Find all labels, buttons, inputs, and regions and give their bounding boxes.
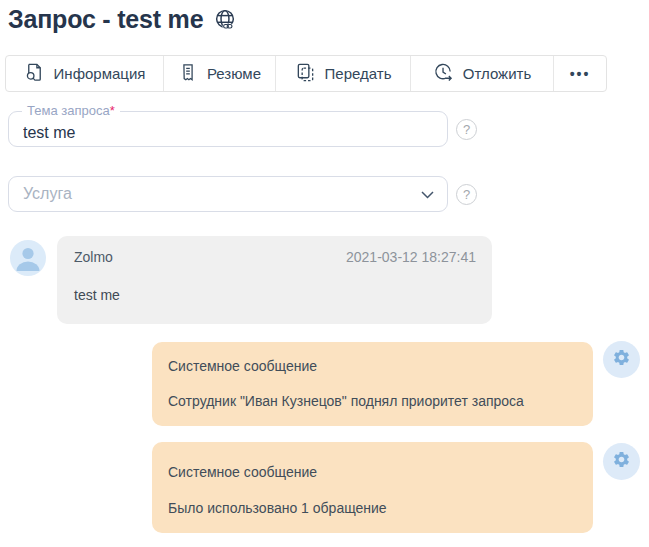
chevron-down-icon (421, 191, 434, 199)
tab-resume[interactable]: Резюме (164, 56, 276, 91)
tab-transfer[interactable]: Передать (276, 56, 411, 91)
user-message-bubble: Zolmo 2021-03-12 18:27:41 test me (57, 236, 492, 324)
tab-resume-label: Резюме (207, 65, 261, 82)
toolbar: Информация Резюме Передать (5, 55, 607, 92)
page-title: Запрос - test me (8, 5, 238, 34)
system-message-text: Было использовано 1 обращение (168, 500, 387, 516)
tab-information-label: Информация (54, 65, 146, 82)
service-help-icon[interactable]: ? (456, 184, 477, 205)
system-message-settings-button[interactable] (603, 443, 640, 480)
message-text: test me (74, 287, 120, 303)
system-message-bubble: Системное сообщение Было использовано 1 … (152, 442, 593, 533)
subject-field-label-text: Тема запроса (27, 103, 110, 118)
system-message-bubble: Системное сообщение Сотрудник "Иван Кузн… (152, 342, 593, 426)
message-author: Zolmo (74, 249, 113, 265)
message-timestamp: 2021-03-12 18:27:41 (346, 249, 476, 265)
system-message-title: Системное сообщение (168, 464, 317, 480)
globe-link-icon[interactable] (213, 8, 238, 33)
subject-field: Тема запроса* (8, 111, 448, 147)
tab-postpone[interactable]: Отложить (411, 56, 554, 91)
ellipsis-icon: ••• (570, 66, 591, 82)
service-select[interactable]: Услуга (8, 176, 448, 212)
more-actions-button[interactable]: ••• (554, 56, 606, 91)
tab-transfer-label: Передать (325, 65, 392, 82)
tab-information[interactable]: Информация (6, 56, 164, 91)
user-avatar (10, 240, 46, 276)
tab-postpone-label: Отложить (463, 65, 531, 82)
clock-postpone-icon (433, 62, 454, 86)
subject-field-label: Тема запроса* (22, 104, 120, 118)
page-title-text: Запрос - test me (8, 5, 203, 34)
gear-icon (612, 450, 631, 473)
request-page: Запрос - test me (0, 0, 649, 547)
system-message-settings-button[interactable] (603, 341, 640, 378)
system-message-title: Системное сообщение (168, 358, 317, 374)
service-select-placeholder: Услуга (23, 185, 72, 203)
copy-pages-icon (295, 62, 316, 86)
gear-icon (612, 348, 631, 371)
required-asterisk: * (110, 103, 115, 118)
system-message-text: Сотрудник "Иван Кузнецов" поднял приорит… (168, 393, 524, 409)
subject-help-icon[interactable]: ? (456, 119, 477, 140)
document-search-icon (24, 62, 45, 86)
receipt-icon (178, 62, 198, 86)
